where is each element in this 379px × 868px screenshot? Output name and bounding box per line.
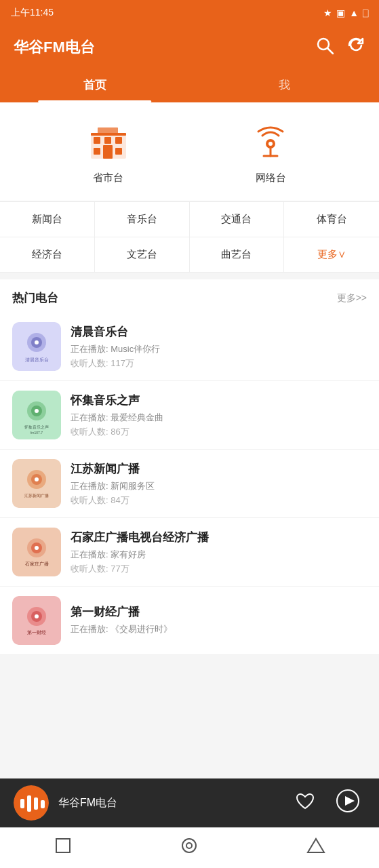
- station-info: 怀集音乐之声 正在播放: 最爱经典金曲 收听人数: 86万: [71, 393, 367, 438]
- header: 华谷FM电台: [0, 26, 379, 69]
- svg-marker-51: [308, 839, 324, 852]
- category-icons-section: 省市台 网络台: [0, 102, 379, 201]
- station-playing: 正在播放: 家有好房: [71, 549, 367, 561]
- svg-rect-10: [98, 127, 118, 134]
- station-name: 第一财经广播: [71, 604, 367, 620]
- wifi-icon: ▲: [349, 7, 359, 18]
- station-item[interactable]: 第一财经 第一财经广播 正在播放: 《交易进行时》: [0, 587, 379, 655]
- svg-text:fm107.7: fm107.7: [31, 431, 43, 435]
- svg-text:石家庄广播: 石家庄广播: [25, 561, 49, 567]
- genre-music[interactable]: 音乐台: [95, 202, 190, 237]
- svg-rect-8: [103, 145, 113, 159]
- station-playing: 正在播放: Music伴你行: [71, 343, 367, 355]
- svg-rect-42: [20, 799, 24, 808]
- svg-text:江苏新闻广播: 江苏新闻广播: [24, 493, 49, 498]
- station-item[interactable]: 清晨音乐台 清晨音乐台 正在播放: Music伴你行 收听人数: 117万: [0, 313, 379, 381]
- network-icon: [247, 119, 294, 166]
- station-name: 怀集音乐之声: [71, 393, 367, 408]
- svg-rect-48: [56, 839, 70, 852]
- bluetooth-icon: ★: [323, 7, 332, 18]
- app-title: 华谷FM电台: [14, 37, 95, 58]
- station-name: 江苏新闻广播: [71, 461, 367, 477]
- station-info: 第一财经广播 正在播放: 《交易进行时》: [71, 604, 367, 637]
- station-list: 清晨音乐台 清晨音乐台 正在播放: Music伴你行 收听人数: 117万 怀集…: [0, 313, 379, 655]
- tab-home[interactable]: 首页: [0, 69, 190, 101]
- genre-quyi[interactable]: 曲艺台: [190, 237, 285, 273]
- bottom-player: 华谷FM电台: [0, 778, 379, 827]
- station-logo: 江苏新闻广播: [12, 459, 61, 508]
- hot-stations-more[interactable]: 更多>>: [337, 292, 367, 304]
- svg-text:清晨音乐台: 清晨音乐台: [25, 357, 49, 362]
- genre-economy[interactable]: 经济台: [0, 237, 95, 273]
- genre-grid: 新闻台 音乐台 交通台 体育台 经济台 文艺台 曲艺台 更多∨: [0, 201, 379, 273]
- svg-text:第一财经: 第一财经: [27, 630, 46, 635]
- genre-sports[interactable]: 体育台: [284, 202, 379, 237]
- station-logo: 第一财经: [12, 596, 61, 645]
- tab-me[interactable]: 我: [190, 69, 380, 101]
- signal-icon: ▣: [336, 7, 345, 18]
- svg-point-12: [268, 142, 273, 146]
- station-info: 清晨音乐台 正在播放: Music伴你行 收听人数: 117万: [71, 324, 367, 370]
- hot-stations-title: 热门电台: [12, 290, 58, 306]
- player-logo: [14, 785, 49, 821]
- category-network[interactable]: 网络台: [247, 119, 294, 184]
- svg-rect-4: [104, 137, 111, 144]
- station-listeners: 收听人数: 84万: [71, 494, 367, 507]
- station-info: 江苏新闻广播 正在播放: 新闻服务区 收听人数: 84万: [71, 461, 367, 507]
- hot-stations-header: 热门电台 更多>>: [0, 279, 379, 313]
- station-playing: 正在播放: 《交易进行时》: [71, 623, 367, 635]
- svg-rect-43: [27, 795, 31, 812]
- svg-rect-44: [34, 797, 38, 810]
- status-time: 上午11:45: [11, 7, 54, 19]
- favorite-button[interactable]: [290, 791, 321, 816]
- station-playing: 正在播放: 最爱经典金曲: [71, 412, 367, 424]
- search-button[interactable]: [315, 36, 334, 60]
- section-divider: [0, 273, 379, 279]
- tab-bar: 首页 我: [0, 69, 379, 102]
- genre-traffic[interactable]: 交通台: [190, 202, 285, 237]
- svg-point-39: [35, 614, 39, 618]
- svg-rect-6: [94, 148, 100, 155]
- station-logo: 清晨音乐台: [12, 322, 61, 371]
- station-item[interactable]: 江苏新闻广播 江苏新闻广播 正在播放: 新闻服务区 收听人数: 84万: [0, 450, 379, 518]
- station-name: 石家庄广播电视台经济广播: [71, 530, 367, 545]
- station-info: 石家庄广播电视台经济广播 正在播放: 家有好房 收听人数: 77万: [71, 530, 367, 575]
- station-logo: 石家庄广播: [12, 528, 61, 576]
- category-provincial[interactable]: 省市台: [85, 119, 132, 184]
- header-actions: [315, 36, 365, 60]
- svg-text:怀集音乐之声: 怀集音乐之声: [24, 425, 49, 429]
- nav-back-button[interactable]: [40, 831, 86, 865]
- refresh-button[interactable]: [346, 36, 365, 60]
- svg-point-50: [186, 843, 192, 848]
- nav-home-button[interactable]: [166, 831, 212, 865]
- station-playing: 正在播放: 新闻服务区: [71, 480, 367, 492]
- genre-more[interactable]: 更多∨: [284, 237, 379, 273]
- station-item[interactable]: 石家庄广播 石家庄广播电视台经济广播 正在播放: 家有好房 收听人数: 77万: [0, 518, 379, 587]
- nav-menu-button[interactable]: [293, 831, 339, 865]
- station-listeners: 收听人数: 77万: [71, 563, 367, 575]
- provincial-icon: [85, 119, 132, 166]
- status-bar: 上午11:45 ★ ▣ ▲ ⎕: [0, 0, 379, 26]
- svg-rect-5: [115, 137, 122, 144]
- station-listeners: 收听人数: 117万: [71, 357, 367, 370]
- station-listeners: 收听人数: 86万: [71, 426, 367, 438]
- genre-news[interactable]: 新闻台: [0, 202, 95, 237]
- svg-point-29: [35, 477, 39, 481]
- svg-marker-47: [345, 796, 355, 806]
- battery-icon: ⎕: [363, 7, 368, 18]
- player-title: 华谷FM电台: [58, 796, 280, 810]
- svg-point-34: [35, 546, 39, 550]
- station-logo: 怀集音乐之声 fm107.7: [12, 391, 61, 439]
- network-label: 网络台: [256, 172, 286, 184]
- svg-point-49: [182, 839, 196, 852]
- svg-rect-7: [115, 148, 122, 155]
- play-button[interactable]: [330, 789, 365, 818]
- svg-rect-3: [94, 137, 100, 144]
- provincial-label: 省市台: [93, 172, 123, 184]
- status-icons: ★ ▣ ▲ ⎕: [323, 7, 368, 18]
- svg-point-18: [35, 340, 39, 344]
- nav-bar: [0, 827, 379, 868]
- station-item[interactable]: 怀集音乐之声 fm107.7 怀集音乐之声 正在播放: 最爱经典金曲 收听人数:…: [0, 381, 379, 450]
- genre-arts[interactable]: 文艺台: [95, 237, 190, 273]
- svg-point-23: [35, 409, 39, 413]
